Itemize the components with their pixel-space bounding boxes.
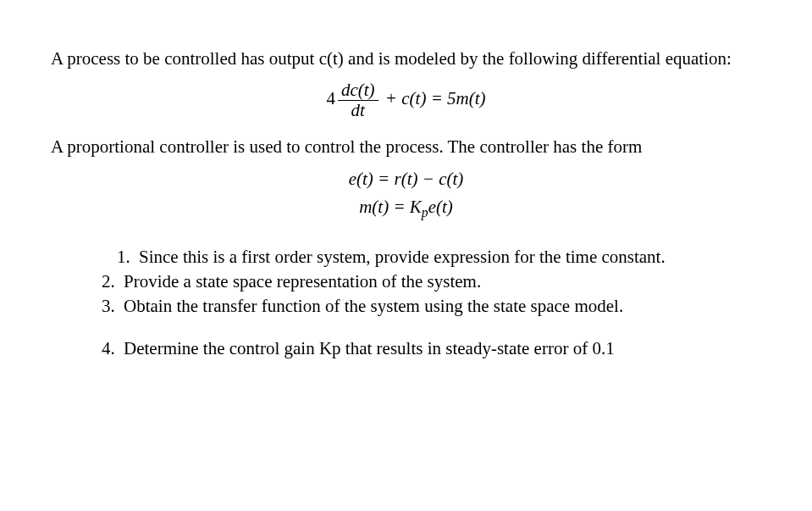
eq1-fraction: dc(t)dt (338, 81, 378, 120)
equation-2-block: e(t) = r(t) − c(t) m(t) = Kpe(t) (51, 168, 761, 222)
eq2-line2: m(t) = Kpe(t) (51, 196, 761, 222)
eq1-denominator: dt (338, 101, 378, 120)
question-2: 2. Provide a state space representation … (102, 270, 727, 293)
eq1-numerator: dc(t) (338, 81, 378, 101)
question-list: 1. Since this is a first order system, p… (102, 246, 727, 360)
q4-text: Determine the control gain Kp that resul… (124, 337, 727, 360)
eq1-rest: + c(t) = 5m(t) (385, 89, 486, 109)
q3-text: Obtain the transfer function of the syst… (124, 295, 727, 318)
eq2-line1: e(t) = r(t) − c(t) (51, 168, 761, 191)
q2-num: 2. (102, 270, 124, 293)
equation-1: 4dc(t)dt + c(t) = 5m(t) (51, 81, 761, 120)
intro-paragraph-1: A process to be controlled has output c(… (51, 47, 761, 70)
question-4: 4. Determine the control gain Kp that re… (102, 337, 727, 360)
q1-num: 1. (117, 246, 139, 269)
question-3: 3. Obtain the transfer function of the s… (102, 295, 727, 318)
eq2-line2-post: e(t) (428, 197, 453, 217)
q2-text: Provide a state space representation of … (124, 270, 727, 293)
question-1: 1. Since this is a first order system, p… (102, 246, 727, 269)
q3-num: 3. (102, 295, 124, 318)
eq1-coef: 4 (326, 89, 335, 109)
eq2-line2-sub: p (422, 205, 428, 219)
q4-num: 4. (102, 337, 124, 360)
q1-text: Since this is a first order system, prov… (139, 246, 727, 269)
eq2-line2-pre: m(t) = K (359, 197, 422, 217)
intro-paragraph-2: A proportional controller is used to con… (51, 136, 761, 158)
